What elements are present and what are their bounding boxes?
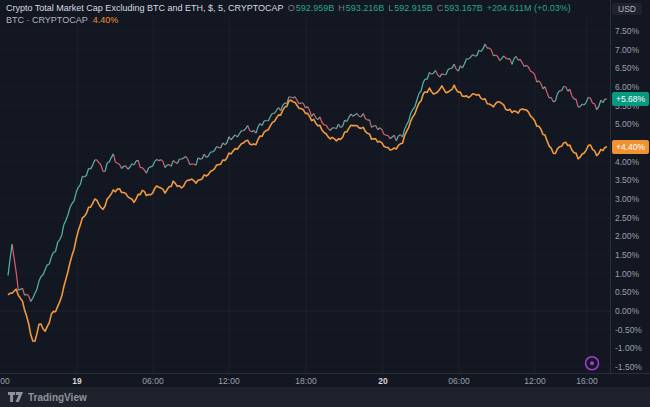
main-series-legend-row: Crypto Total Market Cap Excluding BTC an… [6, 2, 571, 14]
x-axis-label: 06:00 [448, 376, 469, 386]
y-axis-label: -1.50% [615, 362, 642, 372]
x-axis-label: 12:00 [218, 376, 239, 386]
x-axis-label: 12:00 [524, 376, 545, 386]
ohlc-low-value: 592.915B [394, 3, 433, 13]
chart-plot-area[interactable] [0, 0, 650, 387]
ohlc-open-value: 592.959B [296, 3, 335, 13]
y-axis-label: 3.00% [615, 194, 639, 204]
ohlc-open-label: O [288, 3, 295, 13]
symbol-title[interactable]: Crypto Total Market Cap Excluding BTC an… [6, 3, 284, 13]
ohlc-low-label: L [388, 3, 393, 13]
y-axis-label: 2.00% [615, 231, 639, 241]
y-axis-label: 5.00% [615, 119, 639, 129]
y-axis-label: -1.00% [615, 343, 642, 353]
y-axis-label: 6.00% [615, 82, 639, 92]
bar-change-value: +204.611M (+0.03%) [487, 3, 571, 13]
x-axis-label: 18:00 [295, 376, 316, 386]
y-axis-label: 0.50% [615, 287, 639, 297]
price-axis[interactable]: 7.50%7.00%6.50%6.00%5.50%5.00%4.50%4.00%… [610, 0, 650, 373]
x-axis-label: 20 [378, 376, 387, 386]
currency-button[interactable]: USD [612, 3, 642, 15]
footer-bar: TradingView [0, 387, 650, 407]
ohlc-high-label: H [338, 3, 345, 13]
tradingview-brand-label[interactable]: TradingView [28, 392, 87, 403]
y-axis-label: 1.00% [615, 269, 639, 279]
compare-series-legend-row: BTC · CRYPTOCAP4.40% [6, 14, 571, 26]
compare-change-value: 4.40% [93, 15, 119, 25]
y-axis-label: 6.50% [615, 63, 639, 73]
ohlc-close-value: 593.167B [444, 3, 483, 13]
y-axis-label: 0.00% [615, 306, 639, 316]
tradingview-logo-icon[interactable] [8, 392, 23, 402]
y-axis-label: 7.00% [615, 45, 639, 55]
btc-series-line [8, 85, 607, 341]
event-marker-dot [590, 361, 594, 365]
y-axis-label: 3.50% [615, 175, 639, 185]
x-axis-label: 16:00 [576, 376, 597, 386]
y-axis-label: 2.50% [615, 213, 639, 223]
last-value-badge-btc: +4.40% [612, 140, 649, 154]
last-value-badge-main: +5.68% [612, 92, 649, 106]
ohlc-close-label: C [437, 3, 444, 13]
time-axis[interactable]: 001906:0012:0018:002006:0012:0016:00 [0, 373, 650, 387]
x-axis-label: 00 [0, 376, 9, 386]
x-axis-label: 19 [72, 376, 81, 386]
x-axis-label: 06:00 [142, 376, 163, 386]
y-axis-label: 7.50% [615, 26, 639, 36]
tradingview-chart-window: Crypto Total Market Cap Excluding BTC an… [0, 0, 650, 407]
y-axis-label: -0.50% [615, 325, 642, 335]
ohlc-high-value: 593.216B [346, 3, 385, 13]
y-axis-label: 1.50% [615, 250, 639, 260]
y-axis-label: 4.00% [615, 157, 639, 167]
main-series-down-segments [12, 44, 607, 302]
compare-symbol-title[interactable]: BTC · CRYPTOCAP [6, 15, 88, 25]
chart-legend: Crypto Total Market Cap Excluding BTC an… [6, 2, 571, 26]
